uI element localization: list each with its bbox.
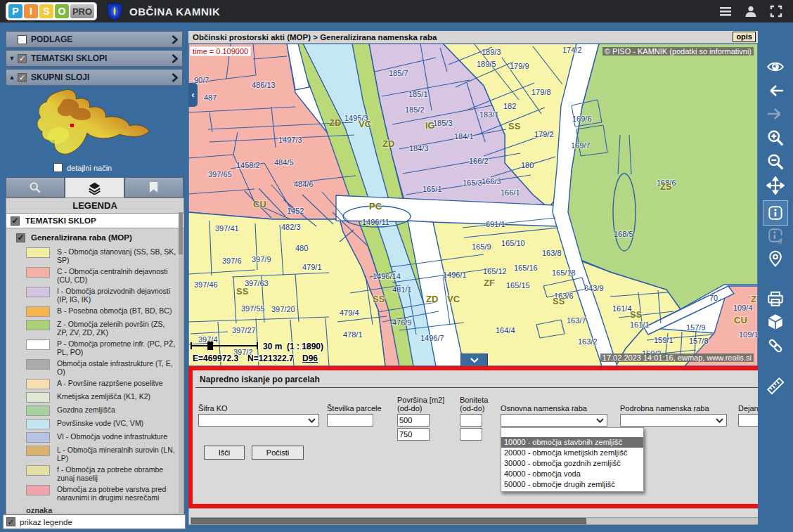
- chevron-right-icon: [172, 54, 178, 63]
- legend-swatch: [26, 306, 50, 317]
- legend-item-label: Območja ostale infrastrukture (T, E, O): [57, 359, 176, 376]
- tab-search[interactable]: [6, 177, 65, 197]
- sidebar-tabs: [6, 177, 183, 197]
- zoom-out-icon[interactable]: [766, 152, 785, 171]
- map-parcel-label: 480: [295, 244, 308, 252]
- legend-scrollbar[interactable]: [179, 212, 183, 513]
- generalizirana-raba-checkbox[interactable]: ✓: [16, 233, 25, 242]
- user-icon[interactable]: [744, 4, 758, 18]
- bottom-strip: [188, 508, 763, 525]
- legend-title: LEGENDA: [6, 198, 183, 213]
- map-zone-label: ZF: [484, 278, 495, 288]
- accordion-podlage[interactable]: PODLAGE: [6, 31, 183, 48]
- legend-item: Območja ostale infrastrukture (T, E, O): [6, 359, 183, 376]
- print-icon[interactable]: [766, 289, 785, 309]
- skupni-checkbox[interactable]: ✓: [18, 73, 27, 82]
- scale-text: 30 m: [263, 342, 282, 351]
- chevron-right-icon: [172, 73, 178, 82]
- scale-text: D96: [302, 353, 318, 363]
- osnovna-raba-select[interactable]: [501, 414, 607, 427]
- map-parcel-label: 397/55: [241, 304, 265, 313]
- scale-text: E=469972.3: [193, 353, 238, 363]
- map-parcel-label: 1452: [287, 207, 304, 215]
- dropdown-option[interactable]: [501, 429, 643, 437]
- sifra-ko-select[interactable]: [198, 414, 319, 427]
- map-parcel-label: 1497/3: [278, 136, 302, 144]
- dropdown-option[interactable]: 50000 - območje drugih zemljišč: [501, 479, 643, 490]
- accordion-tematski-sklopi[interactable]: ▼ ✓ TEMATSKI SKLOPI: [6, 50, 183, 67]
- povrsina-do-input[interactable]: [397, 428, 430, 441]
- cube-icon[interactable]: [766, 312, 785, 332]
- map-zone-label: SS: [630, 309, 643, 320]
- eye-icon[interactable]: [766, 57, 785, 77]
- municipality-title: OBČINA KAMNIK: [129, 6, 220, 18]
- map-parcel-label: 1496/7: [420, 334, 444, 342]
- opis-button[interactable]: opis: [733, 32, 756, 42]
- map-zone-label: ZS: [660, 181, 672, 192]
- chevron-down-icon: [470, 358, 479, 363]
- map-breadcrumb-bar: Občinski prostorski akti (MOP) > General…: [188, 31, 758, 44]
- map-zone-label: ZD: [382, 138, 394, 149]
- map-parcel-label: 165/9: [472, 242, 491, 251]
- legend-layer-row[interactable]: ✓ Generalizirana raba (MOP): [6, 231, 183, 245]
- fullscreen-icon[interactable]: [769, 4, 783, 18]
- tematski-checkbox[interactable]: ✓: [18, 54, 27, 63]
- map-parcel-label: 1496/1: [443, 271, 467, 279]
- map-parcel-label: 183/1: [479, 110, 499, 119]
- map-parcel-label: 174/2: [562, 46, 582, 54]
- horizontal-scrollbar[interactable]: [191, 517, 761, 525]
- map-parcel-label: 481/1: [392, 285, 412, 294]
- legend-swatch: [26, 485, 50, 495]
- menu-icon[interactable]: [718, 4, 733, 18]
- map-parcel-label: 185/7: [389, 69, 408, 77]
- map-parcel-label: 179/2: [534, 130, 554, 138]
- link-icon[interactable]: [766, 336, 785, 356]
- panel-collapse-chevron[interactable]: [460, 353, 488, 366]
- pan-icon[interactable]: [766, 176, 785, 195]
- podrobna-raba-select[interactable]: [620, 414, 727, 427]
- map-parcel-label: 185/3: [433, 119, 453, 127]
- ruler-icon[interactable]: [766, 376, 785, 396]
- map-parcel-label: 482/3: [281, 223, 301, 231]
- piso-pro-logo[interactable]: PISOPRO: [6, 2, 97, 20]
- sidebar-collapse-handle[interactable]: ‹: [188, 83, 198, 107]
- accordion-skupni-sloji[interactable]: ▲ ✓ SKUPNI SLOJI: [6, 69, 183, 86]
- zoom-in-icon[interactable]: [766, 128, 785, 148]
- boniteta-label: Boniteta: [460, 396, 488, 404]
- info-icon[interactable]: [763, 200, 788, 226]
- legend-item-label: P - Območja prometne infr. (PC, PŽ, PL, …: [57, 339, 176, 356]
- map-canvas[interactable]: 90/7486/134871497/31458/2484/5397/65484/…: [188, 44, 758, 366]
- arrow-left-icon[interactable]: [766, 81, 785, 100]
- clear-button[interactable]: Počisti: [252, 446, 304, 460]
- map-parcel-label: 397/6: [222, 257, 242, 265]
- map-parcel-label: 165/3: [463, 179, 482, 187]
- legend-group-row[interactable]: ✓ TEMATSKI SKLOP: [6, 213, 183, 228]
- boniteta-do-input[interactable]: [460, 428, 482, 441]
- map-parcel-label: 109/1: [739, 330, 758, 339]
- legend-item-label: Kmetijska zemljišča (K1, K2): [57, 392, 176, 401]
- scrollbar-thumb[interactable]: [191, 518, 586, 524]
- dropdown-option[interactable]: 20000 - območja kmetijskih zemljišč: [501, 448, 643, 458]
- map-parcel-label: 189/5: [477, 60, 496, 68]
- dropdown-option[interactable]: 40000 - območja voda: [501, 469, 643, 479]
- tab-layers[interactable]: [65, 177, 124, 197]
- stevilka-parcele-input[interactable]: [327, 414, 373, 427]
- marker-icon[interactable]: [766, 249, 785, 268]
- municipality-overview-map[interactable]: [21, 87, 165, 160]
- podlage-checkbox[interactable]: [18, 35, 27, 44]
- boniteta-od-input[interactable]: [460, 414, 482, 427]
- municipality-emblem-icon: [107, 2, 122, 20]
- dropdown-option[interactable]: 10000 - območja stavbnih zemljišč: [501, 437, 643, 448]
- prikaz-legende-checkbox[interactable]: ✓: [6, 517, 15, 526]
- search-button[interactable]: Išči: [204, 446, 245, 460]
- map-parcel-label: 182: [503, 102, 516, 110]
- map-parcel-label: 165/1: [423, 185, 442, 193]
- tab-bookmarks[interactable]: [124, 177, 183, 197]
- tematski-sklop-checkbox[interactable]: ✓: [11, 216, 20, 226]
- osnovna-raba-label: Osnovna namenska raba: [501, 404, 587, 413]
- dropdown-option[interactable]: 30000 - območja gozdnih zemljišč: [501, 458, 643, 469]
- detail-mode-checkbox[interactable]: [53, 163, 63, 172]
- osnovna-raba-dropdown: 10000 - območja stavbnih zemljišč20000 -…: [501, 427, 644, 492]
- info-g-icon: g: [766, 226, 785, 245]
- povrsina-od-input[interactable]: [397, 414, 430, 427]
